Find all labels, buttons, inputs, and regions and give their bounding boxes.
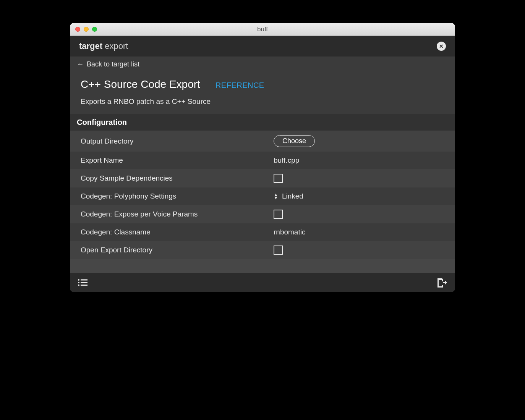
checkbox-voice-params[interactable] [274,210,283,219]
back-row[interactable]: ← Back to target list [70,57,455,72]
footer [70,273,455,292]
svg-point-4 [78,284,79,286]
panel-header: target export ✕ [70,36,455,57]
titlebar: buff [70,23,455,36]
window: buff target export ✕ ← Back to target li… [70,23,455,292]
svg-rect-3 [81,282,88,283]
close-window-icon[interactable] [75,27,80,32]
stepper-polyphony-icon[interactable]: ▲▼ [274,193,278,199]
row-voice-params: Codegen: Expose per Voice Params [70,205,455,223]
row-open-dir: Open Export Directory [70,241,455,259]
close-icon: ✕ [439,43,444,49]
arrow-left-icon: ← [77,60,84,68]
svg-point-0 [78,279,79,281]
section-header-configuration: Configuration [70,114,455,131]
traffic-lights [70,27,97,32]
reference-link[interactable]: REFERENCE [216,81,264,90]
checkbox-copy-deps[interactable] [274,174,283,183]
export-icon [436,278,447,288]
svg-rect-5 [81,285,88,286]
panel-title: target export [79,41,128,51]
checkbox-open-dir[interactable] [274,246,283,255]
export-description: Exports a RNBO patch as a C++ Source [81,97,444,106]
row-copy-deps: Copy Sample Dependencies [70,169,455,187]
export-header: C++ Source Code Export REFERENCE Exports… [70,72,455,114]
minimize-window-icon[interactable] [84,27,89,32]
close-panel-button[interactable]: ✕ [437,42,446,51]
value-polyphony[interactable]: Linked [282,192,303,200]
svg-rect-1 [81,279,88,281]
label-classname: Codegen: Classname [81,228,274,236]
label-output-directory: Output Directory [81,137,274,145]
list-icon [78,278,88,287]
panel-title-light: export [105,41,128,51]
choose-directory-button[interactable]: Choose [274,135,315,147]
maximize-window-icon[interactable] [92,27,97,32]
label-voice-params: Codegen: Expose per Voice Params [81,210,274,218]
label-copy-deps: Copy Sample Dependencies [81,174,274,183]
export-title-row: C++ Source Code Export REFERENCE [81,78,444,90]
panel-title-bold: target [79,41,102,51]
config-rows: Output Directory Choose Export Name buff… [70,131,455,259]
export-button[interactable] [436,278,447,288]
label-open-dir: Open Export Directory [81,246,274,254]
row-polyphony: Codegen: Polyphony Settings ▲▼ Linked [70,187,455,205]
svg-point-2 [78,282,79,283]
row-export-name: Export Name buff.cpp [70,152,455,169]
row-output-directory: Output Directory Choose [70,131,455,152]
window-title: buff [257,26,268,33]
value-classname[interactable]: rnbomatic [274,228,444,236]
label-polyphony: Codegen: Polyphony Settings [81,192,274,200]
list-view-button[interactable] [78,278,88,287]
label-export-name: Export Name [81,156,274,165]
value-export-name[interactable]: buff.cpp [274,156,444,165]
spacer [70,259,455,273]
row-classname: Codegen: Classname rnbomatic [70,223,455,241]
export-title: C++ Source Code Export [81,78,200,90]
back-link[interactable]: Back to target list [87,60,139,68]
